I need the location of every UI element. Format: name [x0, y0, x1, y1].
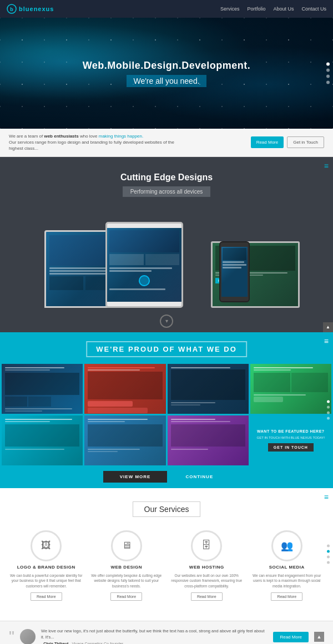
service-read-more-3[interactable]: Read More	[271, 592, 302, 601]
portfolio-grid: WANT TO BE FEATURED HERE? GET IN TOUCH W…	[0, 364, 333, 465]
service-social-media: 👥 SOCIAL MEDIA We can ensure that engage…	[250, 530, 325, 601]
service-name-0: LOGO & BRAND DESIGN	[17, 565, 75, 570]
service-desc-3: We can ensure that engagement from your …	[250, 573, 325, 589]
web-hosting-icon[interactable]: 🗄	[191, 530, 222, 561]
nav-services[interactable]: Services	[220, 6, 240, 12]
portfolio-section: ≡ WE'RE PROUD OF WHAT WE DO	[0, 332, 333, 488]
phone-screen	[221, 247, 248, 297]
web-hosting-icon-glyph: 🗄	[201, 540, 211, 551]
service-dot-4[interactable]	[327, 561, 330, 564]
services-title-wrap: Our Services	[133, 501, 201, 517]
service-read-more-1[interactable]: Read More	[110, 592, 142, 601]
services-grid: 🖼 LOGO & BRAND DESIGN We can build a pow…	[9, 530, 324, 601]
portfolio-item-5[interactable]	[2, 415, 83, 465]
portfolio-item-3[interactable]	[168, 364, 249, 414]
web-design-icon-glyph: 🖥	[122, 540, 132, 551]
testimonial-content: We love our new logo, it's not just abou…	[41, 628, 268, 644]
cutting-edge-title: Cutting Edge Designs	[11, 173, 322, 182]
info-bar: We are a team of web enthusiasts who lov…	[0, 129, 333, 157]
cut-scroll-up-btn[interactable]: ▲	[323, 322, 333, 332]
quote-icon: "	[9, 629, 14, 644]
featured-get-in-touch-btn[interactable]: GET IN TOUCH	[268, 443, 314, 452]
tablet-screen	[107, 228, 181, 302]
social-media-icon-glyph: 👥	[281, 540, 293, 552]
nav-contact[interactable]: Contact Us	[301, 6, 326, 12]
portfolio-item-1[interactable]	[2, 364, 83, 414]
logo-brand-icon-glyph: 🖼	[41, 540, 51, 551]
social-media-icon[interactable]: 👥	[271, 530, 302, 561]
testimonial-scroll-up-btn[interactable]: ▲	[314, 632, 324, 642]
read-more-button[interactable]: Read More	[251, 136, 284, 148]
info-text-small: Our services range from logo design and …	[9, 140, 174, 151]
service-desc-1: We offer completely bespoke & cutting ed…	[89, 573, 164, 589]
testimonial-author-name: - Chris Thibaut	[41, 642, 68, 644]
view-more-btn[interactable]: VIEW MORE	[103, 471, 168, 483]
services-nav-dots	[327, 545, 330, 564]
hero-subtitle: We're all you need.	[127, 75, 206, 87]
testimonial-text: We love our new logo, it's not just abou…	[41, 628, 268, 641]
info-text-part2: who love	[79, 134, 99, 139]
testimonial-bar: " We love our new logo, it's not just ab…	[0, 621, 333, 644]
services-section: ≡ Our Services 🖼 LOGO & BRAND DESIGN We …	[0, 488, 333, 621]
service-read-more-0[interactable]: Read More	[31, 592, 62, 601]
get-in-touch-button[interactable]: Get in Touch	[287, 136, 324, 148]
info-buttons: Read More Get in Touch	[251, 136, 324, 148]
info-text: We are a team of web enthusiasts who lov…	[9, 133, 175, 152]
info-text-bold: web enthusiasts	[44, 134, 78, 139]
port-dot-4[interactable]	[327, 417, 330, 420]
portfolio-item-4[interactable]	[250, 364, 331, 414]
service-read-more-2[interactable]: Read More	[191, 592, 223, 601]
service-name-1: WEB DESIGN	[110, 565, 142, 570]
scroll-down-btn[interactable]: ▾	[160, 315, 173, 328]
section-menu-icon[interactable]: ≡	[324, 161, 329, 170]
cutting-edge-section: ≡ Cutting Edge Designs Performing across…	[0, 157, 333, 332]
hero-section: Web.Mobile.Design.Development. We're all…	[0, 18, 333, 129]
nav-links: Services Portfolio About Us Contact Us	[220, 6, 326, 12]
service-logo-brand: 🖼 LOGO & BRAND DESIGN We can build a pow…	[9, 530, 84, 601]
device-tablet	[105, 222, 183, 308]
device-phone	[219, 241, 250, 302]
service-dot-2[interactable]	[327, 550, 330, 553]
port-dot-1[interactable]	[327, 400, 330, 403]
portfolio-item-featured[interactable]: WANT TO BE FEATURED HERE? GET IN TOUCH W…	[250, 415, 331, 465]
service-desc-0: We can build a powerful corporate identi…	[9, 573, 84, 589]
service-web-hosting: 🗄 WEB HOSTING Our websites are built on …	[169, 530, 244, 601]
testimonial-avatar	[20, 629, 36, 644]
featured-title: WANT TO BE FEATURED HERE?	[257, 429, 325, 434]
service-web-design: 🖥 WEB DESIGN We offer completely bespoke…	[89, 530, 164, 601]
hero-dot-1[interactable]	[326, 63, 330, 66]
logo-text: bluenexus	[19, 6, 54, 12]
logo-icon: b	[7, 4, 17, 14]
portfolio-item-6[interactable]	[84, 415, 165, 465]
cutting-edge: ≡ Cutting Edge Designs Performing across…	[0, 157, 333, 308]
port-dot-2[interactable]	[327, 406, 330, 409]
port-dot-3[interactable]	[327, 412, 330, 414]
hero-dot-2[interactable]	[326, 69, 330, 72]
web-design-icon[interactable]: 🖥	[111, 530, 142, 561]
hero-dot-3[interactable]	[326, 75, 330, 78]
continue-btn[interactable]: CONTINUE	[169, 471, 230, 483]
services-menu-icon[interactable]: ≡	[324, 493, 329, 501]
portfolio-menu-icon[interactable]: ≡	[324, 337, 329, 346]
portfolio-nav: VIEW MORE CONTINUE	[0, 465, 333, 488]
hero-dots	[326, 63, 330, 84]
hero-dot-4[interactable]	[326, 81, 330, 84]
info-text-part1: We are a team of	[9, 134, 44, 139]
testimonial-author: - Chris Thibaut - Vivace Cosmetics Co-fo…	[41, 642, 268, 644]
hero-title: Web.Mobile.Design.Development.	[83, 60, 251, 72]
portfolio-title: WE'RE PROUD OF WHAT WE DO	[86, 341, 247, 357]
service-dot-3[interactable]	[327, 556, 330, 559]
hero-content: Web.Mobile.Design.Development. We're all…	[83, 60, 251, 87]
nav-about[interactable]: About Us	[273, 6, 294, 12]
service-name-3: SOCIAL MEDIA	[269, 565, 305, 570]
portfolio: ≡ WE'RE PROUD OF WHAT WE DO	[0, 332, 333, 488]
portfolio-item-7[interactable]	[168, 415, 249, 465]
info-text-italic: making things happen.	[99, 134, 144, 139]
featured-subtitle: GET IN TOUCH WITH BLUE NEXUS TODAY!	[257, 436, 325, 439]
logo-brand-icon[interactable]: 🖼	[31, 530, 62, 561]
service-dot-1[interactable]	[327, 545, 330, 547]
nav-portfolio[interactable]: Portfolio	[247, 6, 265, 12]
testimonial-read-more-btn[interactable]: Read More	[273, 632, 309, 642]
portfolio-item-2[interactable]	[84, 364, 165, 414]
portfolio-nav-dots	[327, 400, 330, 420]
